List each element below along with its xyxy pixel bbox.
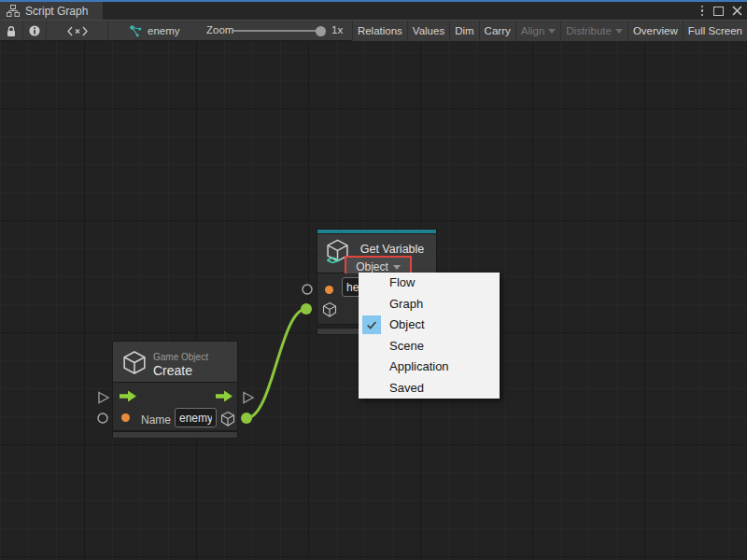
lock-icon — [6, 25, 17, 37]
menu-item-application[interactable]: Application — [359, 357, 500, 378]
values-button[interactable]: Values — [407, 21, 449, 41]
flow-in-arrow-icon[interactable] — [120, 390, 137, 402]
close-icon[interactable] — [732, 6, 742, 16]
window-menu-icon[interactable] — [699, 6, 706, 17]
connection-wire[interactable] — [247, 309, 306, 418]
distribute-button[interactable]: Distribute — [560, 21, 627, 41]
getvariable-node-header[interactable]: <> Get Variable Object — [317, 233, 437, 273]
name-port-label: Name — [141, 413, 171, 427]
info-icon — [28, 24, 41, 37]
graph-canvas[interactable]: Game Object Create Name — [0, 41, 747, 560]
zoom-value: 1x — [331, 24, 343, 35]
variable-scope-menu: Flow Graph Object Scene Application Save… — [359, 273, 500, 399]
create-node-title: Create — [153, 363, 192, 378]
variable-angle-brackets-icon: <> — [327, 254, 338, 267]
checkmark-icon — [365, 318, 378, 331]
chevron-down-icon — [393, 265, 401, 270]
zoom-slider-track[interactable] — [233, 30, 322, 32]
full-screen-button[interactable]: Full Screen — [683, 21, 747, 41]
tab-script-graph[interactable]: Script Graph — [0, 2, 103, 20]
zoom-slider-knob[interactable] — [316, 26, 326, 36]
script-graph-window: Script Graph — [0, 0, 747, 560]
inspect-code-button[interactable] — [47, 21, 108, 41]
menu-item-scene[interactable]: Scene — [359, 336, 500, 357]
name-value-input[interactable] — [175, 408, 217, 427]
create-result-output-port-connected[interactable] — [241, 413, 252, 424]
graph-network-icon — [129, 24, 142, 37]
menu-checkmark-box — [362, 315, 381, 334]
node-game-object-create[interactable]: Game Object Create Name — [112, 341, 238, 439]
lock-button[interactable] — [0, 21, 23, 41]
create-flow-input-port[interactable] — [99, 393, 108, 403]
create-node-category: Game Object — [153, 352, 208, 362]
graph-breadcrumb-label: enemy — [148, 25, 180, 36]
game-object-cube-icon — [122, 350, 147, 375]
relations-button[interactable]: Relations — [352, 21, 407, 41]
graph-breadcrumb[interactable]: enemy — [129, 21, 180, 41]
getvariable-target-input-port-connected[interactable] — [301, 303, 312, 315]
maximize-icon[interactable] — [713, 7, 724, 16]
graph-hierarchy-icon — [7, 5, 20, 17]
chevron-down-icon — [548, 29, 556, 34]
carry-button[interactable]: Carry — [479, 21, 515, 41]
variable-name-port-dot[interactable] — [325, 286, 333, 294]
menu-item-object[interactable]: Object — [359, 315, 500, 336]
create-flow-output-port[interactable] — [244, 393, 253, 403]
getvariable-name-input-port[interactable] — [303, 285, 312, 294]
dim-button[interactable]: Dim — [449, 21, 478, 41]
variable-scope-value: Object — [356, 260, 388, 273]
menu-item-graph[interactable]: Graph — [359, 294, 500, 315]
window-focus-line — [0, 0, 747, 2]
name-port-dot[interactable] — [121, 413, 130, 422]
create-node-footer — [112, 431, 238, 439]
flow-out-arrow-icon[interactable] — [216, 390, 233, 402]
create-node-header[interactable]: Game Object Create — [112, 341, 238, 383]
align-button[interactable]: Align — [515, 21, 561, 41]
graph-toolbar: enemy Zoom 1x Relations Values Dim Carry… — [0, 20, 747, 41]
tab-strip: Script Graph — [0, 0, 747, 20]
create-node-body[interactable]: Name — [112, 383, 238, 431]
create-name-input-port[interactable] — [98, 413, 107, 423]
window-controls — [699, 2, 743, 20]
chevron-down-icon — [615, 29, 623, 34]
zoom-label: Zoom — [206, 24, 233, 35]
overview-button[interactable]: Overview — [627, 21, 683, 41]
menu-item-flow[interactable]: Flow — [359, 273, 500, 294]
gameobject-output-cube-icon[interactable] — [219, 411, 236, 427]
target-gameobject-cube-icon[interactable] — [321, 301, 338, 318]
getvariable-node-title: Get Variable — [353, 243, 431, 256]
toolbar-buttons: Relations Values Dim Carry Align Distrib… — [352, 21, 747, 41]
info-button[interactable] — [23, 21, 47, 41]
tab-title: Script Graph — [25, 5, 88, 18]
angle-brackets-x-icon — [67, 26, 88, 36]
menu-item-saved[interactable]: Saved — [359, 378, 500, 399]
